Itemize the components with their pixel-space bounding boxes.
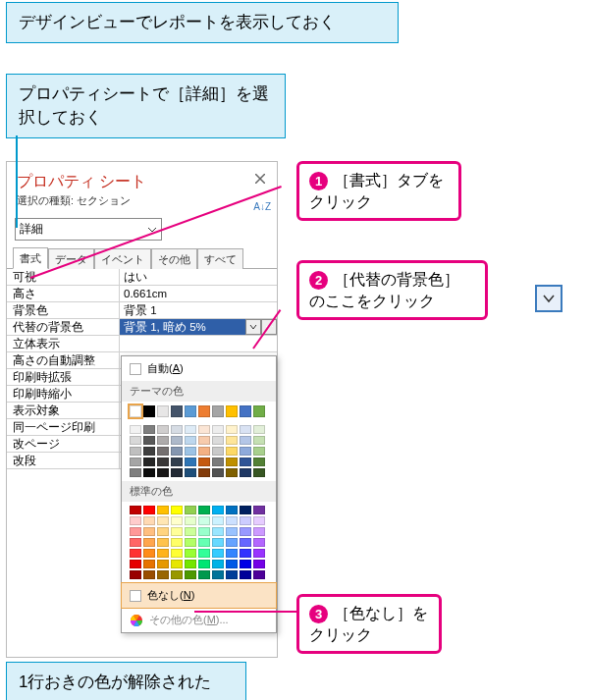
prop-value[interactable]: 0.661cm xyxy=(120,286,277,301)
color-swatch[interactable] xyxy=(226,527,238,536)
color-swatch[interactable] xyxy=(130,468,141,477)
color-swatch[interactable] xyxy=(130,458,141,466)
color-swatch[interactable] xyxy=(212,447,224,456)
color-swatch[interactable] xyxy=(171,506,183,514)
color-swatch[interactable] xyxy=(198,425,210,434)
prop-row[interactable]: 高さ 0.661cm xyxy=(7,286,277,302)
color-swatch[interactable] xyxy=(226,425,238,434)
color-swatch[interactable] xyxy=(130,549,141,558)
color-swatch[interactable] xyxy=(171,527,183,536)
color-swatch[interactable] xyxy=(157,516,169,525)
color-swatch[interactable] xyxy=(253,447,265,456)
color-swatch[interactable] xyxy=(253,549,265,558)
color-swatch[interactable] xyxy=(198,560,210,568)
prop-value[interactable]: 背景 1 xyxy=(120,302,277,318)
color-swatch[interactable] xyxy=(240,570,251,579)
color-swatch[interactable] xyxy=(240,436,251,445)
color-swatch[interactable] xyxy=(185,570,196,579)
color-swatch[interactable] xyxy=(143,560,155,568)
color-swatch[interactable] xyxy=(198,570,210,579)
color-swatch[interactable] xyxy=(143,468,155,477)
color-swatch[interactable] xyxy=(253,527,265,536)
color-swatch[interactable] xyxy=(240,560,251,568)
prop-row[interactable]: 背景色 背景 1 xyxy=(7,302,277,319)
color-swatch[interactable] xyxy=(212,506,224,514)
prop-value[interactable]: はい xyxy=(120,269,277,285)
color-swatch[interactable] xyxy=(143,527,155,536)
color-swatch[interactable] xyxy=(157,527,169,536)
color-swatch[interactable] xyxy=(185,458,196,466)
tab-other[interactable]: その他 xyxy=(151,248,197,269)
color-swatch[interactable] xyxy=(240,549,251,558)
tab-data[interactable]: データ xyxy=(48,248,94,269)
color-swatch[interactable] xyxy=(171,560,183,568)
color-swatch[interactable] xyxy=(240,506,251,514)
color-swatch[interactable] xyxy=(198,549,210,558)
color-swatch[interactable] xyxy=(226,549,238,558)
color-swatch[interactable] xyxy=(212,538,224,547)
color-swatch[interactable] xyxy=(185,538,196,547)
color-swatch[interactable] xyxy=(185,516,196,525)
color-swatch[interactable] xyxy=(240,468,251,477)
color-swatch[interactable] xyxy=(226,538,238,547)
color-swatch[interactable] xyxy=(198,538,210,547)
color-swatch[interactable] xyxy=(171,436,183,445)
color-swatch[interactable] xyxy=(143,405,155,417)
color-swatch[interactable] xyxy=(171,458,183,466)
color-swatch[interactable] xyxy=(171,405,183,417)
close-button[interactable] xyxy=(249,168,271,189)
color-swatch[interactable] xyxy=(198,447,210,456)
color-swatch[interactable] xyxy=(212,405,224,417)
color-swatch[interactable] xyxy=(240,516,251,525)
color-swatch[interactable] xyxy=(226,458,238,466)
color-swatch[interactable] xyxy=(143,436,155,445)
color-swatch[interactable] xyxy=(130,560,141,568)
color-swatch[interactable] xyxy=(212,516,224,525)
color-swatch[interactable] xyxy=(157,405,169,417)
color-swatch[interactable] xyxy=(185,560,196,568)
color-swatch[interactable] xyxy=(253,538,265,547)
color-swatch[interactable] xyxy=(198,506,210,514)
color-swatch[interactable] xyxy=(157,447,169,456)
color-swatch[interactable] xyxy=(157,458,169,466)
color-swatch[interactable] xyxy=(185,527,196,536)
color-swatch[interactable] xyxy=(240,527,251,536)
color-swatch[interactable] xyxy=(212,458,224,466)
color-swatch[interactable] xyxy=(185,468,196,477)
color-swatch[interactable] xyxy=(253,458,265,466)
color-swatch[interactable] xyxy=(226,570,238,579)
color-swatch[interactable] xyxy=(171,549,183,558)
color-swatch[interactable] xyxy=(226,468,238,477)
color-swatch[interactable] xyxy=(157,425,169,434)
color-swatch[interactable] xyxy=(143,425,155,434)
color-swatch[interactable] xyxy=(143,506,155,514)
color-swatch[interactable] xyxy=(226,506,238,514)
color-swatch[interactable] xyxy=(212,425,224,434)
color-swatch[interactable] xyxy=(226,447,238,456)
color-swatch[interactable] xyxy=(143,458,155,466)
prop-row-alt-back-color[interactable]: 代替の背景色 背景 1, 暗め 5% ⋯ xyxy=(7,319,277,336)
color-swatch[interactable] xyxy=(240,447,251,456)
color-swatch[interactable] xyxy=(212,468,224,477)
tab-all[interactable]: すべて xyxy=(197,248,243,269)
color-swatch[interactable] xyxy=(253,405,265,417)
color-swatch[interactable] xyxy=(185,549,196,558)
color-swatch[interactable] xyxy=(253,516,265,525)
color-swatch[interactable] xyxy=(212,527,224,536)
color-swatch[interactable] xyxy=(185,436,196,445)
color-swatch[interactable] xyxy=(157,570,169,579)
color-swatch[interactable] xyxy=(226,405,238,417)
color-swatch[interactable] xyxy=(198,405,210,417)
prop-value-selected[interactable]: 背景 1, 暗め 5% ⋯ xyxy=(120,319,277,335)
color-swatch[interactable] xyxy=(171,447,183,456)
color-swatch[interactable] xyxy=(130,527,141,536)
color-swatch[interactable] xyxy=(198,516,210,525)
color-swatch[interactable] xyxy=(143,570,155,579)
color-swatch[interactable] xyxy=(157,549,169,558)
color-swatch[interactable] xyxy=(130,405,141,417)
prop-row[interactable]: 立体表示 xyxy=(7,336,277,352)
color-swatch[interactable] xyxy=(171,468,183,477)
color-swatch[interactable] xyxy=(226,560,238,568)
color-swatch[interactable] xyxy=(240,405,251,417)
color-swatch[interactable] xyxy=(185,506,196,514)
